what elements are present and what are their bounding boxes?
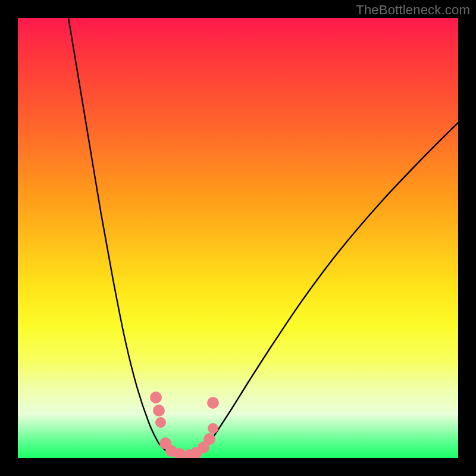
marker-dot	[155, 417, 166, 428]
curve-svg	[18, 18, 458, 458]
chart-frame: TheBottleneck.com	[0, 0, 476, 476]
left-branch-path	[68, 18, 171, 454]
right-branch-path	[199, 123, 458, 454]
marker-dot	[203, 433, 215, 445]
marker-dot	[207, 397, 219, 409]
watermark-text: TheBottleneck.com	[356, 2, 470, 18]
marker-dot	[153, 405, 165, 416]
marker-dot	[150, 392, 162, 403]
plot-area	[18, 18, 458, 458]
marker-dot	[208, 423, 218, 434]
marker-group	[150, 392, 219, 458]
